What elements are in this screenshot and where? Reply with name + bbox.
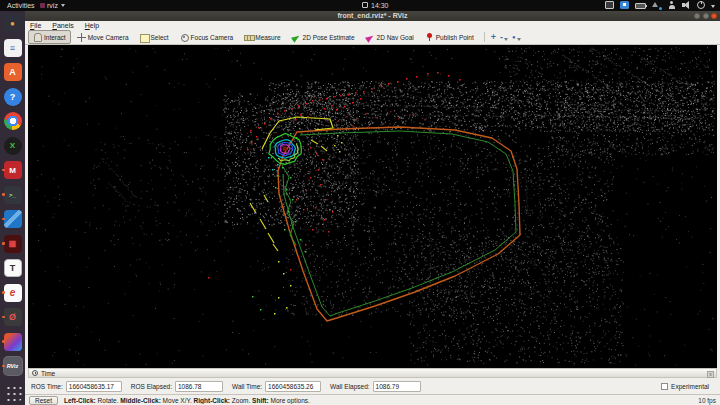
clock[interactable]: 14:30 <box>362 2 389 9</box>
rviz-window: front_end.rviz* - RViz FilePanelsHelp In… <box>25 11 720 405</box>
mouse-help-text: Left-Click: Rotate. Middle-Click: Move X… <box>64 397 310 404</box>
time-panel-header[interactable]: Time x <box>28 368 717 378</box>
running-indicator <box>2 193 5 196</box>
toolbar: InteractMove CameraSelectFocus CameraMea… <box>25 30 720 45</box>
app-menu-label: rviz <box>47 2 58 9</box>
menu-panels[interactable]: Panels <box>52 22 73 29</box>
tool-publish-point[interactable]: Publish Point <box>420 30 479 44</box>
slash-icon: Ø <box>4 308 22 326</box>
close-button[interactable] <box>711 13 717 19</box>
rviz-icon: RViz <box>4 357 22 375</box>
running-indicator <box>2 340 5 343</box>
clock-label: 14:30 <box>371 2 389 9</box>
dock-item-help[interactable]: ? <box>2 88 24 106</box>
dock-item-vscode[interactable] <box>2 210 24 228</box>
menu-help[interactable]: Help <box>85 22 99 29</box>
menu-file[interactable]: File <box>30 22 41 29</box>
panel-close-icon[interactable]: x <box>707 371 714 378</box>
select-icon <box>140 33 149 42</box>
battery-icon[interactable] <box>635 3 646 9</box>
tool-select[interactable]: Select <box>135 30 174 44</box>
move-icon <box>77 33 86 42</box>
maximize-button[interactable] <box>703 13 709 19</box>
redm-icon: M <box>4 161 22 179</box>
activities-button[interactable]: Activities <box>7 2 35 9</box>
dock-item-xapp[interactable]: X <box>2 137 24 155</box>
files-icon: ● <box>4 14 22 32</box>
caret-icon[interactable] <box>711 5 715 8</box>
dock-item-grid[interactable] <box>2 383 24 401</box>
window-controls <box>694 13 717 19</box>
minimize-button[interactable] <box>694 13 700 19</box>
vscode-icon <box>4 210 22 228</box>
dock-item-slash[interactable]: Ø <box>2 308 24 326</box>
ubuntu-dock: ●≡A?XM>_▦TeØRViz <box>0 11 25 405</box>
3d-viewport[interactable] <box>28 45 717 368</box>
running-indicator <box>2 242 5 245</box>
ros-elapsed-field[interactable]: 1086.78 <box>175 381 223 392</box>
window-titlebar[interactable]: front_end.rviz* - RViz <box>25 11 720 21</box>
ros-time-field[interactable]: 1660458635.17 <box>66 381 122 392</box>
dock-item-software[interactable]: A <box>2 63 24 81</box>
chevron-down-icon <box>504 38 508 41</box>
dock-item-writer[interactable]: ≡ <box>2 39 24 57</box>
power-icon[interactable] <box>697 1 705 9</box>
measure-icon <box>244 33 253 42</box>
app-icon <box>40 3 45 8</box>
dock-item-rviz[interactable]: RViz <box>2 357 24 375</box>
window-title: front_end.rviz* - RViz <box>25 12 720 19</box>
add-tool-button[interactable]: + <box>489 33 498 42</box>
app-menu[interactable]: rviz <box>40 2 65 9</box>
scribble-icon: e <box>4 284 22 302</box>
dock-item-files[interactable]: ● <box>2 14 24 32</box>
time-panel: Time x ROS Time:1660458635.17ROS Elapsed… <box>28 368 717 394</box>
tool-options-button[interactable]: ● <box>510 33 523 42</box>
xapp-icon: X <box>4 137 22 155</box>
reset-button[interactable]: Reset <box>29 396 58 405</box>
tool-2d-nav-goal[interactable]: 2D Nav Goal <box>361 30 419 44</box>
comet-icon <box>4 333 22 351</box>
remove-tool-button[interactable]: - <box>498 33 510 42</box>
tool-2d-pose-estimate[interactable]: 2D Pose Estimate <box>287 30 360 44</box>
hand-icon <box>33 33 42 42</box>
wall-time-field[interactable]: 1660458635.26 <box>265 381 321 392</box>
writer-icon: ≡ <box>4 39 22 57</box>
checkbox-icon[interactable] <box>661 383 668 390</box>
dock-item-scribble[interactable]: e <box>2 284 24 302</box>
pointcloud-canvas[interactable] <box>28 45 717 368</box>
clock-icon <box>32 370 38 376</box>
help-icon: ? <box>4 88 22 106</box>
time-fields-row: ROS Time:1660458635.17ROS Elapsed:1086.7… <box>28 378 717 394</box>
dock-item-chrome[interactable] <box>2 112 24 130</box>
tool-measure[interactable]: Measure <box>239 30 285 44</box>
gnome-top-bar: Activities rviz 14:30 <box>0 0 720 11</box>
goal-icon <box>366 33 375 42</box>
running-indicator <box>2 365 5 368</box>
status-bar: Reset Left-Click: Rotate. Middle-Click: … <box>25 394 720 405</box>
dock-item-terminal[interactable]: >_ <box>2 186 24 204</box>
input-icon[interactable] <box>620 1 629 9</box>
experimental-checkbox-group: Experimental <box>661 383 709 390</box>
dock-item-typora[interactable]: T <box>2 259 24 277</box>
focus-icon <box>180 33 189 42</box>
tool-focus-camera[interactable]: Focus Camera <box>175 30 239 44</box>
dock-item-redm[interactable]: M <box>2 161 24 179</box>
software-icon: A <box>4 63 22 81</box>
wall-elapsed-field[interactable]: 1086.79 <box>373 381 421 392</box>
volume-icon[interactable] <box>682 1 691 9</box>
tool-move-camera[interactable]: Move Camera <box>72 30 134 44</box>
person-icon[interactable] <box>667 1 676 9</box>
tool-interact[interactable]: Interact <box>28 30 71 44</box>
dock-item-media[interactable]: ▦ <box>2 235 24 253</box>
media-icon: ▦ <box>4 235 22 253</box>
menu-bar: FilePanelsHelp <box>25 21 720 30</box>
chevron-down-icon <box>61 4 65 7</box>
chrome-icon <box>4 112 22 130</box>
chevron-down-icon <box>517 38 521 41</box>
system-tray[interactable] <box>599 1 715 9</box>
screen-icon[interactable] <box>605 1 614 9</box>
running-indicator <box>2 218 5 221</box>
network-icon[interactable] <box>652 1 661 9</box>
dock-item-comet[interactable] <box>2 333 24 351</box>
running-indicator <box>2 169 5 172</box>
